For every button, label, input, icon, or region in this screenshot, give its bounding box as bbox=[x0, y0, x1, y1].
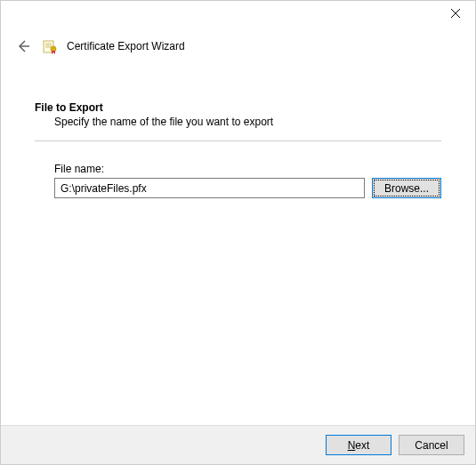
next-button[interactable]: Next bbox=[326, 435, 391, 455]
filename-input[interactable] bbox=[54, 178, 365, 198]
page-heading: File to Export bbox=[35, 101, 441, 114]
form-area: File name: Browse... bbox=[35, 163, 441, 198]
certificate-icon bbox=[42, 38, 58, 54]
cancel-button[interactable]: Cancel bbox=[399, 435, 464, 455]
wizard-title: Certificate Export Wizard bbox=[67, 40, 185, 52]
browse-button[interactable]: Browse... bbox=[372, 178, 441, 198]
divider bbox=[35, 140, 441, 141]
back-button[interactable] bbox=[13, 36, 33, 56]
back-arrow-icon bbox=[16, 39, 30, 53]
titlebar bbox=[1, 1, 475, 29]
wizard-header: Certificate Export Wizard bbox=[1, 29, 475, 70]
filename-row: Browse... bbox=[54, 178, 441, 198]
close-button[interactable] bbox=[435, 1, 475, 26]
filename-label: File name: bbox=[54, 163, 441, 175]
wizard-content: File to Export Specify the name of the f… bbox=[1, 70, 475, 198]
wizard-footer: Next Cancel bbox=[1, 425, 475, 464]
close-icon bbox=[451, 9, 460, 18]
page-subheading: Specify the name of the file you want to… bbox=[35, 116, 441, 128]
